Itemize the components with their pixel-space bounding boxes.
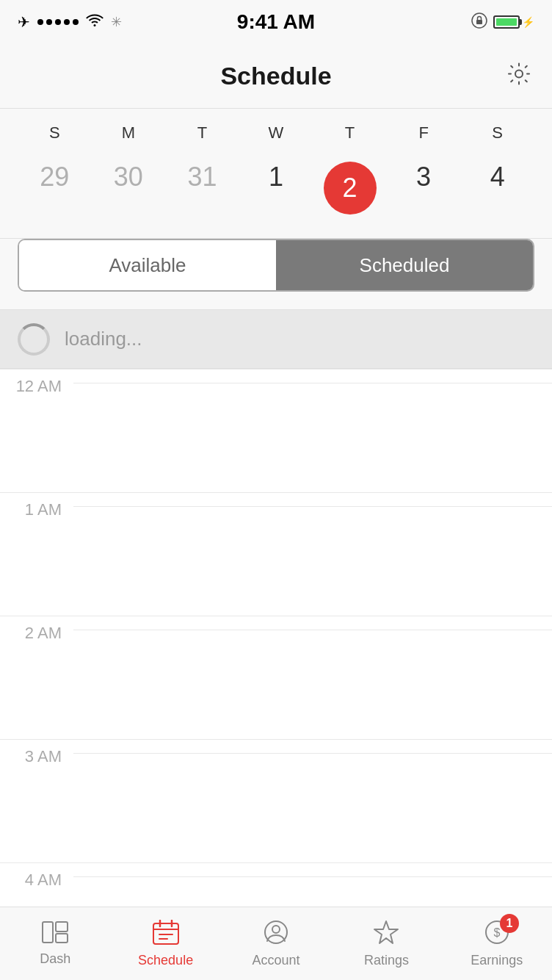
availability-toggle: Available Scheduled (18, 239, 534, 292)
tab-dash[interactable]: Dash (0, 921, 110, 967)
status-right: ⚡ (471, 12, 534, 32)
svg-point-2 (515, 70, 523, 77)
time-line-4am (73, 876, 552, 877)
dash-icon (42, 921, 68, 948)
svg-rect-4 (56, 922, 68, 932)
weekday-mon: M (92, 123, 166, 143)
lock-icon (471, 12, 487, 32)
svg-rect-3 (43, 922, 53, 943)
tab-schedule[interactable]: Schedule (110, 920, 220, 968)
loading-spinner (18, 323, 50, 356)
tab-dash-label: Dash (40, 951, 70, 967)
schedule-icon (153, 920, 179, 950)
available-toggle-button[interactable]: Available (19, 240, 276, 290)
calendar-day-1[interactable]: 1 (239, 156, 313, 220)
tab-earnings[interactable]: $ 1 Earnings (442, 920, 552, 968)
tab-earnings-label: Earnings (471, 953, 523, 968)
svg-rect-1 (476, 20, 482, 24)
loading-spinner-icon: ✳ (111, 14, 122, 30)
wifi-icon (86, 14, 104, 31)
calendar-day-2-today[interactable]: 2 (313, 156, 387, 220)
charging-icon: ⚡ (522, 16, 534, 28)
status-bar: ✈ ✳ 9:41 AM (0, 0, 552, 44)
signal-dots (37, 19, 79, 25)
calendar-days: 29 30 31 1 2 3 4 (18, 156, 534, 220)
calendar-day-3[interactable]: 3 (387, 156, 461, 220)
toggle-bar: Available Scheduled (0, 239, 552, 310)
earnings-badge: 1 (500, 914, 519, 933)
time-label-2am: 2 AM (0, 616, 73, 643)
calendar-day-4[interactable]: 4 (460, 156, 534, 220)
settings-button[interactable] (506, 61, 531, 91)
time-row-3am: 3 AM (0, 739, 552, 862)
svg-text:$: $ (493, 926, 500, 939)
loading-text: loading... (65, 328, 142, 350)
time-line-12am (73, 383, 552, 383)
ratings-icon (373, 920, 399, 950)
tab-bar: Dash Schedule Account (0, 907, 552, 980)
calendar-weekdays: S M T W T F S (18, 123, 534, 143)
status-left: ✈ ✳ (18, 13, 122, 31)
loading-bar: loading... (0, 310, 552, 369)
tab-ratings[interactable]: Ratings (331, 920, 441, 968)
battery: ⚡ (493, 15, 534, 29)
time-line-1am (73, 506, 552, 507)
tab-schedule-label: Schedule (138, 953, 193, 968)
account-icon (264, 920, 288, 950)
earnings-badge-container: $ 1 (484, 920, 510, 950)
weekday-thu: T (313, 123, 387, 143)
weekday-fri: F (387, 123, 461, 143)
earnings-icon: $ 1 (484, 920, 510, 950)
time-row-12am: 12 AM (0, 369, 552, 492)
time-label-4am: 4 AM (0, 863, 73, 890)
weekday-sat: S (460, 123, 534, 143)
calendar-day-29[interactable]: 29 (18, 156, 92, 220)
svg-point-13 (272, 926, 280, 933)
time-row-2am: 2 AM (0, 616, 552, 739)
calendar-day-30[interactable]: 30 (92, 156, 166, 220)
calendar-day-31[interactable]: 31 (165, 156, 239, 220)
time-label-1am: 1 AM (0, 493, 73, 519)
weekday-tue: T (165, 123, 239, 143)
airplane-icon: ✈ (18, 13, 30, 31)
time-line-2am (73, 630, 552, 630)
weekday-sun: S (18, 123, 92, 143)
status-time: 9:41 AM (237, 10, 315, 34)
timeline: 12 AM 1 AM 2 AM 3 AM 4 AM (0, 369, 552, 931)
tab-account[interactable]: Account (221, 920, 331, 968)
weekday-wed: W (239, 123, 313, 143)
svg-rect-5 (56, 934, 68, 943)
time-label-3am: 3 AM (0, 740, 73, 766)
time-line-3am (73, 753, 552, 754)
tab-ratings-label: Ratings (364, 953, 409, 968)
calendar: S M T W T F S 29 30 31 1 2 3 4 (0, 109, 552, 239)
svg-marker-14 (374, 921, 398, 943)
nav-header: Schedule (0, 44, 552, 109)
time-label-12am: 12 AM (0, 370, 73, 396)
page-title: Schedule (220, 62, 331, 90)
time-row-1am: 1 AM (0, 492, 552, 616)
scheduled-toggle-button[interactable]: Scheduled (276, 240, 533, 290)
tab-account-label: Account (252, 953, 299, 968)
